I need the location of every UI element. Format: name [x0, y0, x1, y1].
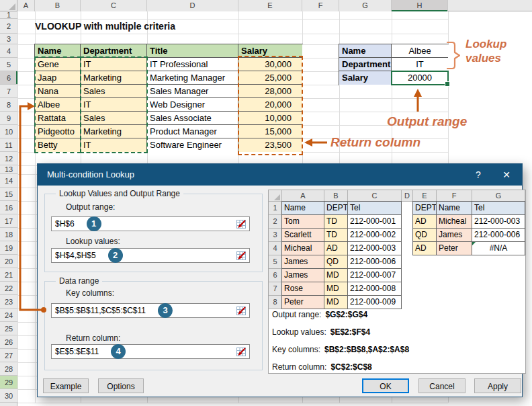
row-header-13[interactable]: 13 [0, 165, 17, 174]
row-header-26[interactable]: 26 [0, 335, 17, 349]
main-table-header-cell[interactable]: Title [147, 44, 238, 58]
main-table-header-cell[interactable]: Department [81, 44, 147, 58]
output-range-input[interactable]: $H$6 1 [51, 216, 250, 231]
row-header-30[interactable]: 30 [0, 389, 17, 403]
preview-left-table: NameDEPTTelTomTD212-000-001ScarlettTD212… [281, 201, 402, 309]
row-header-9[interactable]: 9 [0, 112, 17, 125]
return-column-input[interactable]: $E$5:$E$11 4 [51, 344, 250, 359]
row-header-4[interactable]: 4 [0, 44, 17, 58]
apply-button[interactable]: Apply [474, 378, 521, 393]
main-table-header-cell[interactable]: Name [35, 44, 81, 58]
row-header-6[interactable]: 6 [0, 71, 17, 85]
return-column-marquee-salary [238, 56, 303, 155]
range-picker-icon[interactable] [234, 218, 248, 229]
row-header-27[interactable]: 27 [0, 349, 17, 362]
return-column-label: Return column: [66, 333, 120, 343]
preview-left-cell: James [282, 255, 324, 269]
preview-row-header-4: 4 [269, 242, 282, 255]
range-picker-icon[interactable] [234, 305, 248, 316]
row-header-2[interactable]: 2 [0, 19, 17, 34]
main-table-cell[interactable]: IT Professional [147, 58, 238, 71]
preview-row-header-6: 6 [269, 269, 282, 282]
preview-left-cell: Micheal [282, 242, 324, 255]
output-range-arrow [414, 89, 422, 112]
row-header-8[interactable]: 8 [0, 98, 17, 112]
main-table-cell[interactable]: Product Manager [147, 125, 238, 138]
preview-left-header-cell: Tel [348, 202, 402, 215]
lookup-table-label-cell[interactable]: Name [339, 44, 392, 58]
preview-right-cell: Micheal [437, 215, 472, 229]
preview-left-cell: 212-000-002 [348, 229, 402, 242]
row-header-14[interactable]: 14 [0, 174, 17, 188]
main-table-cell[interactable]: Software Engineer [147, 138, 238, 152]
row-header-22[interactable]: 22 [0, 282, 17, 295]
row-header-28[interactable]: 28 [0, 362, 17, 376]
preview-column-header-E: E [413, 190, 437, 202]
column-header-G[interactable]: G [339, 0, 392, 11]
gridline [17, 403, 448, 403]
preview-summary-value: $E$2:$F$4 [330, 327, 370, 337]
column-header-D[interactable]: D [147, 0, 238, 11]
dialog-help-button[interactable]: ? [468, 164, 488, 186]
lookup-table-value-cell[interactable]: IT [392, 58, 448, 71]
preview-row-header-2: 2 [269, 215, 282, 229]
lookup-values-input[interactable]: $H$4,$H$5 2 [51, 248, 250, 263]
dialog-close-button[interactable]: ✕ [496, 164, 517, 186]
row-header-7[interactable]: 7 [0, 85, 17, 98]
main-table-cell[interactable]: Web Designer [147, 98, 238, 112]
key-columns-label: Key columns: [66, 288, 114, 298]
cancel-button[interactable]: Cancel [418, 378, 466, 393]
select-all-corner[interactable] [0, 0, 17, 11]
column-header-H[interactable]: H [392, 0, 448, 11]
preview-left-cell: TD [324, 215, 348, 229]
column-header-A[interactable]: A [17, 0, 35, 11]
row-header-16[interactable]: 16 [0, 201, 17, 214]
row-header-23[interactable]: 23 [0, 295, 17, 309]
row-header-11[interactable]: 11 [0, 138, 17, 152]
selected-cell-border[interactable] [391, 71, 449, 85]
row-header-21[interactable]: 21 [0, 268, 17, 282]
fill-handle[interactable] [445, 81, 450, 87]
preview-left-cell: Scarlett [282, 229, 324, 242]
column-header-E[interactable]: E [238, 0, 302, 11]
row-header-18[interactable]: 18 [0, 228, 17, 241]
lookup-values-label: Lookup values: [66, 237, 120, 246]
options-button[interactable]: Options [98, 378, 144, 393]
example-button[interactable]: Example [43, 378, 89, 393]
column-header-C[interactable]: C [81, 0, 147, 11]
main-table-cell[interactable]: Sales Manager [147, 85, 238, 98]
key-columns-input[interactable]: $B$5:$B$11,$C$5:$C$11 3 [51, 303, 250, 318]
row-header-25[interactable]: 25 [0, 322, 17, 335]
row-header-19[interactable]: 19 [0, 241, 17, 255]
row-header-3[interactable]: 3 [0, 34, 17, 44]
column-header-F[interactable]: F [302, 0, 339, 11]
column-header-B[interactable]: B [35, 0, 81, 11]
lookup-table-label-cell[interactable]: Salary [339, 71, 392, 85]
row-header-15[interactable]: 15 [0, 188, 17, 201]
preview-left-header-cell: DEPT [324, 202, 348, 215]
preview-left-cell: AD [324, 242, 348, 255]
lookup-table-label-cell[interactable]: Department [339, 58, 392, 71]
range-picker-icon[interactable] [234, 346, 248, 357]
main-table-cell[interactable]: Marketing Manager [147, 71, 238, 85]
row-header-24[interactable]: 24 [0, 309, 17, 322]
row-header-12[interactable]: 12 [0, 152, 17, 165]
output-range-label: Output range: [66, 202, 115, 212]
range-picker-icon[interactable] [234, 250, 248, 261]
ok-button[interactable]: OK [362, 378, 409, 393]
main-table-cell[interactable]: Sales Associate [147, 112, 238, 125]
preview-right-table: DEPTNameTelADMicheal212-000-003QDJames21… [412, 201, 525, 255]
row-header-29[interactable]: 29 [0, 376, 17, 389]
row-header-20[interactable]: 20 [0, 255, 17, 268]
preview-summary-label: Return column: [272, 362, 326, 372]
row-header-17[interactable]: 17 [0, 214, 17, 228]
step-badge-1: 1 [87, 216, 101, 231]
gridline [17, 11, 18, 403]
lookup-table-value-cell[interactable]: Albee [392, 44, 448, 58]
dialog-title-bar[interactable]: Multi-condition Lookup [38, 164, 522, 186]
preview-summary-label: Key columns: [272, 345, 320, 354]
row-header-1[interactable]: 1 [0, 11, 17, 19]
row-header-10[interactable]: 10 [0, 125, 17, 138]
select-all-triangle-icon [9, 3, 15, 10]
row-header-5[interactable]: 5 [0, 58, 17, 71]
